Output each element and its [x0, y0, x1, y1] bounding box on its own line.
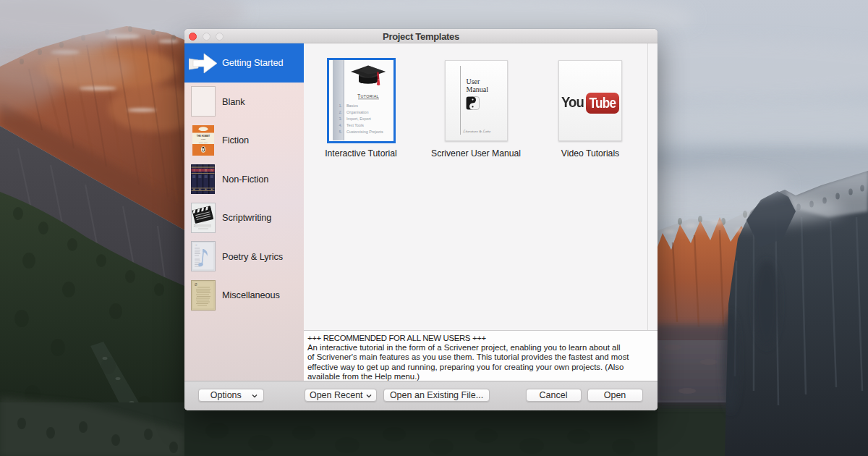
svg-text:Text Tools: Text Tools — [346, 122, 364, 127]
svg-text:III: III — [205, 169, 207, 172]
svg-text:TUTORIAL: TUTORIAL — [357, 93, 379, 98]
svg-text:TREE: TREE — [201, 138, 206, 140]
svg-text:I: I — [194, 169, 195, 172]
svg-text:Ø: Ø — [195, 283, 197, 287]
svg-text:4.: 4. — [339, 122, 343, 127]
svg-text:~t~: ~t~ — [195, 244, 198, 247]
svg-text:3.: 3. — [339, 116, 343, 120]
svg-text:2.: 2. — [339, 109, 343, 114]
svg-text:II: II — [199, 169, 200, 172]
svg-text:Organisation: Organisation — [346, 109, 369, 114]
svg-text:5.: 5. — [339, 130, 343, 134]
svg-text:2: 2 — [194, 224, 195, 227]
svg-text:author name: author name — [199, 141, 208, 143]
svg-text:Customising Projects: Customising Projects — [346, 130, 383, 134]
svg-text:Basics: Basics — [346, 103, 358, 107]
svg-text:THE HOBBIT: THE HOBBIT — [197, 135, 210, 138]
svg-text:1.: 1. — [339, 103, 343, 107]
svg-text:Import, Export: Import, Export — [346, 116, 371, 120]
